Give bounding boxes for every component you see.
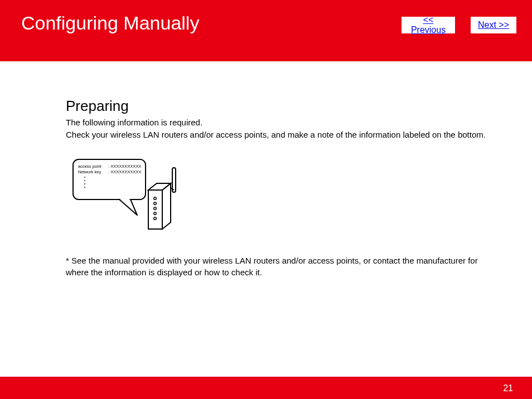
svg-marker-8 <box>162 183 171 229</box>
next-button[interactable]: Next >> <box>471 17 516 33</box>
svg-text:: XXXXXXXXXXX: : XXXXXXXXXXX <box>108 169 141 174</box>
svg-text:: XXXXXXXXXXX: : XXXXXXXXXXX <box>108 164 141 169</box>
label-network-key: Network key <box>78 169 101 174</box>
intro-line-2: Check your wireless LAN routers and/or a… <box>66 129 490 140</box>
intro-line-1: The following information is required. <box>66 117 490 128</box>
section-heading: Preparing <box>66 98 490 115</box>
router-illustration: access point : XXXXXXXXXXX Network key :… <box>70 157 490 242</box>
header-bar: Configuring Manually << Previous Next >> <box>0 0 532 61</box>
router-diagram-icon: access point : XXXXXXXXXXX Network key :… <box>70 157 187 240</box>
svg-point-6 <box>84 187 85 188</box>
svg-point-4 <box>84 180 85 181</box>
footer-bar: 21 <box>0 377 532 399</box>
content-area: Preparing The following information is r… <box>66 98 490 286</box>
page-title: Configuring Manually <box>21 12 199 34</box>
page-number: 21 <box>503 383 513 393</box>
svg-point-3 <box>84 177 85 178</box>
footnote: * See the manual provided with your wire… <box>66 255 490 278</box>
previous-button[interactable]: << Previous <box>402 17 455 33</box>
label-access-point: access point <box>78 164 102 169</box>
document-page: Configuring Manually << Previous Next >>… <box>0 0 532 399</box>
svg-point-5 <box>84 183 85 184</box>
